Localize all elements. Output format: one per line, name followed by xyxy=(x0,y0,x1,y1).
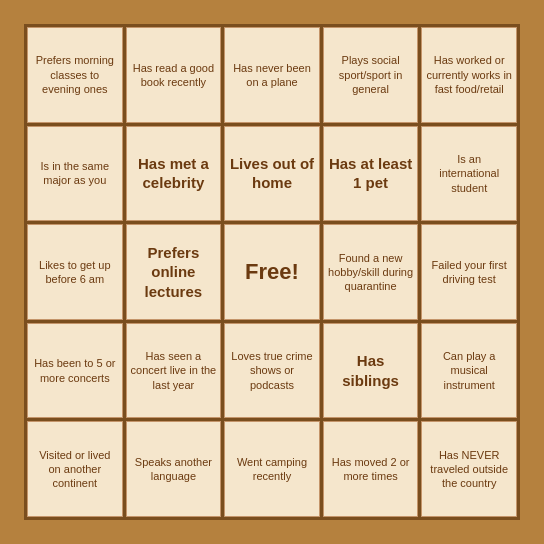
bingo-cell-r3c1[interactable]: Has seen a concert live in the last year xyxy=(126,323,222,419)
bingo-cell-r3c3[interactable]: Has siblings xyxy=(323,323,419,419)
bingo-cell-r1c2[interactable]: Lives out of home xyxy=(224,126,320,222)
bingo-cell-r3c4[interactable]: Can play a musical instrument xyxy=(421,323,517,419)
bingo-cell-r1c3[interactable]: Has at least 1 pet xyxy=(323,126,419,222)
bingo-cell-r2c4[interactable]: Failed your first driving test xyxy=(421,224,517,320)
bingo-cell-r0c4[interactable]: Has worked or currently works in fast fo… xyxy=(421,27,517,123)
bingo-cell-r1c0[interactable]: Is in the same major as you xyxy=(27,126,123,222)
bingo-cell-r3c2[interactable]: Loves true crime shows or podcasts xyxy=(224,323,320,419)
bingo-cell-r0c3[interactable]: Plays social sport/sport in general xyxy=(323,27,419,123)
bingo-cell-r0c0[interactable]: Prefers morning classes to evening ones xyxy=(27,27,123,123)
bingo-card: Prefers morning classes to evening onesH… xyxy=(10,10,534,534)
bingo-cell-r1c4[interactable]: Is an international student xyxy=(421,126,517,222)
bingo-cell-r4c1[interactable]: Speaks another language xyxy=(126,421,222,517)
bingo-cell-r3c0[interactable]: Has been to 5 or more concerts xyxy=(27,323,123,419)
bingo-cell-r4c0[interactable]: Visited or lived on another continent xyxy=(27,421,123,517)
bingo-cell-r2c1[interactable]: Prefers online lectures xyxy=(126,224,222,320)
bingo-cell-r0c2[interactable]: Has never been on a plane xyxy=(224,27,320,123)
bingo-cell-r0c1[interactable]: Has read a good book recently xyxy=(126,27,222,123)
bingo-cell-r4c2[interactable]: Went camping recently xyxy=(224,421,320,517)
bingo-cell-r2c3[interactable]: Found a new hobby/skill during quarantin… xyxy=(323,224,419,320)
bingo-grid: Prefers morning classes to evening onesH… xyxy=(24,24,520,520)
bingo-cell-r1c1[interactable]: Has met a celebrity xyxy=(126,126,222,222)
bingo-cell-r2c2[interactable]: Free! xyxy=(224,224,320,320)
bingo-cell-r4c4[interactable]: Has NEVER traveled outside the country xyxy=(421,421,517,517)
bingo-cell-r2c0[interactable]: Likes to get up before 6 am xyxy=(27,224,123,320)
bingo-cell-r4c3[interactable]: Has moved 2 or more times xyxy=(323,421,419,517)
